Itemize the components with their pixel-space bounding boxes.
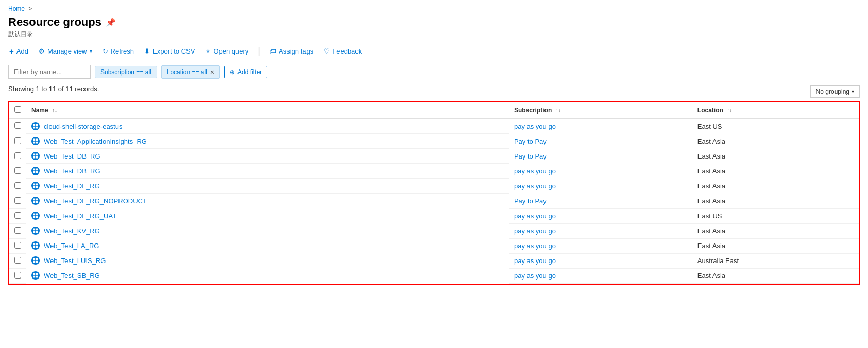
svg-rect-10 bbox=[33, 156, 36, 159]
name-sort-icon[interactable]: ↑↓ bbox=[52, 108, 57, 113]
row-checkbox[interactable] bbox=[14, 152, 21, 159]
svg-rect-21 bbox=[36, 199, 38, 201]
subscription-link[interactable]: pay as you go bbox=[514, 242, 556, 250]
assign-tags-button[interactable]: 🏷 Assign tags bbox=[268, 45, 314, 57]
svg-rect-31 bbox=[36, 231, 38, 233]
subscription-link[interactable]: pay as you go bbox=[514, 257, 556, 265]
col-header-name[interactable]: Name ↑↓ bbox=[26, 102, 509, 119]
record-count: Showing 1 to 11 of 11 records. bbox=[8, 85, 99, 93]
subscription-link[interactable]: pay as you go bbox=[514, 123, 556, 130]
row-checkbox[interactable] bbox=[14, 257, 21, 264]
grouping-button[interactable]: No grouping ▾ bbox=[810, 85, 860, 98]
svg-rect-25 bbox=[36, 214, 38, 216]
table-row: Web_Test_DF_RG_UATpay as you goEast US bbox=[9, 208, 859, 223]
row-subscription-cell: pay as you go bbox=[509, 179, 692, 194]
location-sort-icon[interactable]: ↑↓ bbox=[727, 108, 732, 113]
row-checkbox[interactable] bbox=[14, 272, 21, 279]
svg-rect-33 bbox=[36, 243, 38, 246]
row-checkbox-cell bbox=[9, 194, 26, 208]
add-button[interactable]: + Add bbox=[8, 45, 29, 58]
top-bar: Showing 1 to 11 of 11 records. No groupi… bbox=[8, 85, 860, 98]
resource-group-name-link[interactable]: Web_Test_KV_RG bbox=[44, 227, 100, 235]
svg-rect-12 bbox=[33, 169, 36, 171]
page-subtitle: 默认目录 bbox=[8, 30, 860, 39]
row-location-cell: East Asia bbox=[692, 149, 859, 164]
resource-group-icon bbox=[31, 167, 40, 175]
add-filter-button[interactable]: ⊕ Add filter bbox=[224, 66, 267, 78]
resource-group-name-link[interactable]: Web_Test_DB_RG bbox=[44, 167, 100, 175]
svg-rect-24 bbox=[33, 214, 36, 216]
row-checkbox[interactable] bbox=[14, 197, 21, 204]
row-checkbox[interactable] bbox=[14, 242, 21, 249]
subscription-link[interactable]: Pay to Pay bbox=[514, 152, 547, 160]
resource-group-name-link[interactable]: Web_Test_SB_RG bbox=[44, 272, 100, 280]
resource-group-name-link[interactable]: Web_Test_DF_RG_NOPRODUCT bbox=[44, 197, 147, 205]
subscription-link[interactable]: Pay to Pay bbox=[514, 137, 547, 145]
refresh-button[interactable]: ↻ Refresh bbox=[101, 45, 135, 57]
svg-rect-11 bbox=[36, 156, 38, 159]
resource-group-name-link[interactable]: Web_Test_DF_RG_UAT bbox=[44, 212, 116, 220]
select-all-header[interactable] bbox=[9, 102, 26, 119]
svg-rect-8 bbox=[33, 154, 36, 156]
subscription-link[interactable]: Pay to Pay bbox=[514, 197, 547, 205]
resource-group-name-link[interactable]: Web_Test_DB_RG bbox=[44, 152, 100, 160]
svg-rect-9 bbox=[36, 154, 38, 156]
row-location-cell: East Asia bbox=[692, 179, 859, 194]
row-checkbox[interactable] bbox=[14, 182, 21, 189]
row-checkbox[interactable] bbox=[14, 137, 21, 144]
col-header-location[interactable]: Location ↑↓ bbox=[692, 102, 859, 119]
page-title-container: Resource groups 📌 bbox=[8, 15, 860, 29]
resource-group-name-link[interactable]: Web_Test_LA_RG bbox=[44, 242, 99, 250]
manage-view-icon: ⚙ bbox=[39, 47, 45, 55]
subscription-link[interactable]: pay as you go bbox=[514, 227, 556, 235]
pin-icon[interactable]: 📌 bbox=[106, 18, 116, 27]
row-location-cell: Australia East bbox=[692, 253, 859, 268]
location-filter-tag[interactable]: Location == all × bbox=[161, 65, 220, 79]
resource-group-name-link[interactable]: Web_Test_ApplicationInsights_RG bbox=[44, 137, 147, 145]
row-checkbox-cell bbox=[9, 164, 26, 179]
svg-rect-3 bbox=[36, 127, 38, 129]
subscription-link[interactable]: pay as you go bbox=[514, 167, 556, 175]
breadcrumb-home[interactable]: Home bbox=[8, 5, 25, 12]
resource-group-icon bbox=[31, 137, 40, 145]
breadcrumb: Home > bbox=[8, 5, 860, 12]
row-name-cell: Web_Test_DB_RG bbox=[26, 164, 509, 179]
svg-rect-16 bbox=[33, 184, 36, 186]
feedback-button[interactable]: ♡ Feedback bbox=[322, 45, 363, 57]
table-row: Web_Test_SB_RGpay as you goEast Asia bbox=[9, 268, 859, 283]
row-subscription-cell: pay as you go bbox=[509, 238, 692, 253]
subscription-link[interactable]: pay as you go bbox=[514, 212, 556, 220]
open-query-button[interactable]: ✧ Open query bbox=[204, 45, 249, 57]
manage-view-button[interactable]: ⚙ Manage view ▾ bbox=[38, 45, 93, 57]
row-name-cell: Web_Test_LUIS_RG bbox=[26, 253, 509, 268]
row-checkbox[interactable] bbox=[14, 122, 21, 129]
row-subscription-cell: pay as you go bbox=[509, 268, 692, 283]
svg-rect-7 bbox=[36, 142, 38, 144]
resource-group-icon bbox=[31, 182, 40, 190]
subscription-link[interactable]: pay as you go bbox=[514, 272, 556, 280]
subscription-sort-icon[interactable]: ↑↓ bbox=[556, 108, 561, 113]
svg-rect-28 bbox=[33, 229, 36, 231]
row-checkbox[interactable] bbox=[14, 227, 21, 234]
svg-rect-4 bbox=[33, 139, 36, 141]
resource-group-icon bbox=[31, 241, 40, 250]
export-csv-button[interactable]: ⬇ Export to CSV bbox=[143, 45, 196, 57]
subscription-filter-tag[interactable]: Subscription == all bbox=[95, 66, 157, 78]
name-filter-input[interactable] bbox=[8, 65, 91, 79]
row-checkbox[interactable] bbox=[14, 212, 21, 219]
row-checkbox[interactable] bbox=[14, 167, 21, 174]
table-row: Web_Test_LA_RGpay as you goEast Asia bbox=[9, 238, 859, 253]
col-header-subscription[interactable]: Subscription ↑↓ bbox=[509, 102, 692, 119]
row-name-cell: Web_Test_DF_RG_UAT bbox=[26, 208, 509, 223]
location-filter-close[interactable]: × bbox=[210, 68, 214, 76]
resource-group-name-link[interactable]: Web_Test_DF_RG bbox=[44, 182, 100, 190]
row-location-cell: East Asia bbox=[692, 164, 859, 179]
row-location-cell: East US bbox=[692, 119, 859, 134]
subscription-link[interactable]: pay as you go bbox=[514, 182, 556, 190]
svg-rect-26 bbox=[33, 216, 36, 218]
resource-group-name-link[interactable]: Web_Test_LUIS_RG bbox=[44, 257, 106, 265]
svg-rect-15 bbox=[36, 171, 38, 173]
select-all-checkbox[interactable] bbox=[14, 106, 21, 113]
row-location-cell: East US bbox=[692, 208, 859, 223]
resource-group-name-link[interactable]: cloud-shell-storage-eastus bbox=[44, 123, 122, 130]
